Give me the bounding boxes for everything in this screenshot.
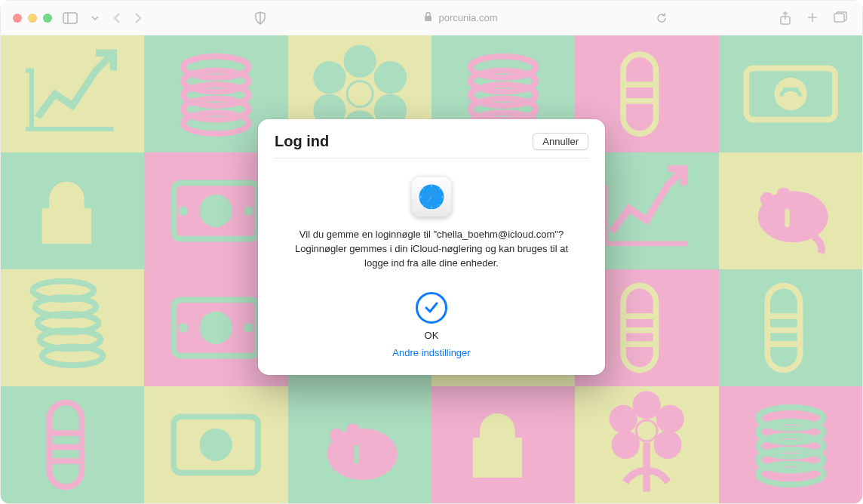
cancel-button[interactable]: Annuller (533, 133, 588, 150)
safari-app-icon (281, 177, 582, 217)
dialog-header: Log ind Annuller (275, 133, 588, 158)
ok-button[interactable] (416, 291, 447, 323)
safari-window: porcunia.com (0, 0, 863, 504)
dialog-title: Log ind (275, 133, 329, 150)
titlebar-dim-overlay (1, 1, 862, 35)
dialog-message: Vil du gemme en loginnøgle til "chella_b… (281, 228, 582, 271)
login-dialog: Log ind Annuller (258, 119, 605, 375)
other-settings-link[interactable]: Andre indstillinger (281, 346, 582, 358)
checkmark-icon (423, 299, 440, 315)
ok-label: OK (281, 329, 582, 340)
